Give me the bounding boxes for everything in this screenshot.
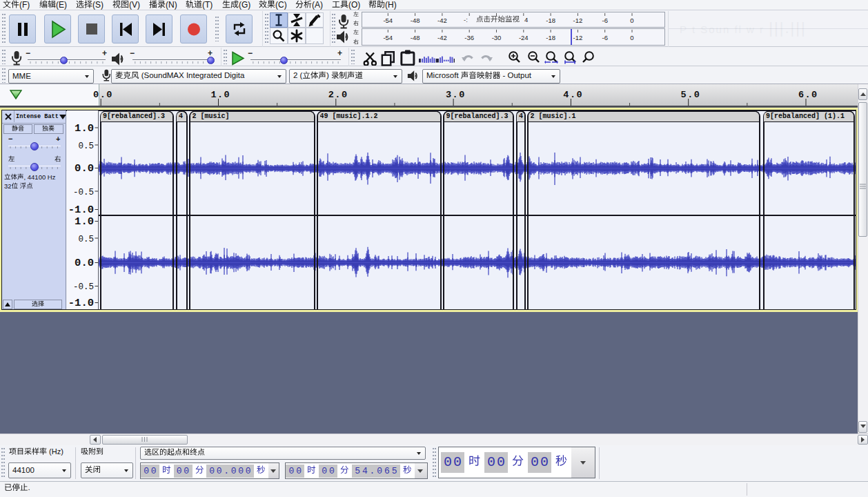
svg-text:.: . <box>28 483 30 491</box>
svg-text:(Hz): (Hz) <box>47 447 63 456</box>
